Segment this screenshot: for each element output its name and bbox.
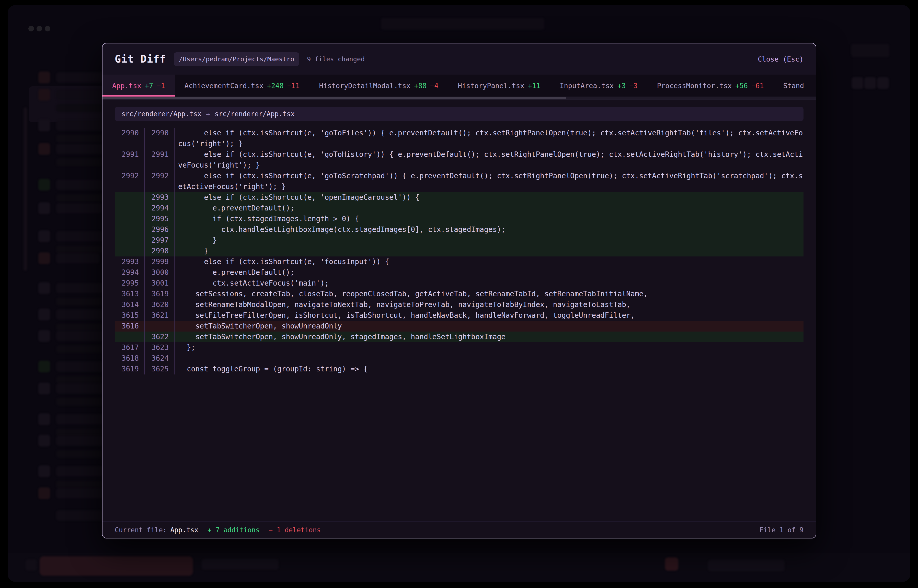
footer-current-file: Current file: App.tsx + 7 additions − 1 … (115, 526, 321, 534)
arrow-icon: → (206, 110, 210, 118)
traffic-light-zoom[interactable] (45, 26, 50, 31)
new-line-number: 2991 (145, 149, 175, 171)
diff-row: 29932999 else if (ctx.isShortcut(e, 'foc… (115, 257, 803, 267)
old-line-number (115, 235, 145, 246)
code-line: if (ctx.stagedImages.length > 0) { (175, 213, 803, 224)
tab-additions: +248 (267, 82, 284, 90)
code-line: setTabSwitcherOpen, showUnreadOnly, stag… (175, 331, 803, 342)
old-line-number: 2995 (115, 278, 145, 289)
tab-InputArea.tsx[interactable]: InputArea.tsx+3−3 (550, 74, 647, 97)
code-line: else if (ctx.isShortcut(e, 'goToHistory'… (175, 149, 803, 171)
background-sidebar-item (56, 283, 107, 293)
new-line-number: 2992 (145, 171, 175, 192)
new-line-number: 2995 (145, 213, 175, 224)
tab-scrollbar-thumb[interactable] (102, 97, 566, 99)
tab-AchievementCard.tsx[interactable]: AchievementCard.tsx+248−11 (175, 74, 309, 97)
old-line-number (115, 331, 145, 342)
file-path-to: src/renderer/App.tsx (215, 110, 295, 118)
background-bottom-bar (8, 553, 910, 582)
new-line-number: 3623 (145, 342, 175, 353)
code-line: else if (ctx.isShortcut(e, 'goToScratchp… (175, 171, 803, 192)
diff-row: 36183624 (115, 353, 803, 364)
old-line-number: 3619 (115, 364, 145, 375)
background-sidebar-scroll (24, 107, 27, 271)
diff-row: 29912991 else if (ctx.isShortcut(e, 'goT… (115, 149, 803, 171)
old-line-number: 3614 (115, 299, 145, 310)
old-line-number (115, 224, 145, 235)
background-sidebar-subitem (56, 297, 102, 305)
code-line: else if (ctx.isShortcut(e, 'goToFiles'))… (175, 128, 803, 149)
current-file-label: Current file: (115, 526, 167, 534)
background-sidebar-item (56, 253, 100, 263)
background-titlebar-text (381, 18, 544, 30)
tab-additions: +56 (735, 82, 748, 90)
old-line-number: 2992 (115, 171, 145, 192)
old-line-number (115, 213, 145, 224)
background-sidebar-subitem (56, 481, 105, 488)
diff-row: 2993 else if (ctx.isShortcut(e, 'openIma… (115, 192, 803, 203)
background-sidebar-subitem (56, 450, 102, 458)
code-line: ctx.setActiveFocus('main'); (175, 278, 803, 289)
old-line-number: 3617 (115, 342, 145, 353)
deletions-count: − 1 deletions (269, 526, 321, 534)
background-sidebar-icon (38, 383, 50, 394)
tab-file-name: HistoryDetailModal.tsx (319, 82, 411, 90)
background-record-button (40, 556, 193, 576)
code-line: setFileTreeFilterOpen, isShortcut, isTab… (175, 310, 803, 321)
tab-ProcessMonitor.tsx[interactable]: ProcessMonitor.tsx+56−61 (648, 74, 774, 97)
tab-file-name: Stand (783, 82, 804, 90)
close-button[interactable]: Close (Esc) (758, 55, 803, 63)
old-line-number: 2993 (115, 257, 145, 267)
old-line-number (115, 246, 145, 257)
code-line: } (175, 235, 803, 246)
tab-file-name: InputArea.tsx (560, 82, 614, 90)
code-line: else if (ctx.isShortcut(e, 'focusInput')… (175, 257, 803, 267)
traffic-light-close[interactable] (28, 26, 34, 31)
tab-additions: +88 (414, 82, 427, 90)
background-alert-icon (665, 557, 678, 571)
background-toolbar-icon (877, 77, 889, 89)
tab-deletions: −11 (287, 82, 300, 90)
background-sidebar-icon (38, 413, 50, 425)
tab-file-name: HistoryPanel.tsx (458, 82, 524, 90)
diff-file-tabs: App.tsx+7−1AchievementCard.tsx+248−11His… (102, 74, 816, 97)
window-controls (28, 26, 50, 31)
diff-row: 3622 setTabSwitcherOpen, showUnreadOnly,… (115, 331, 803, 342)
new-line-number (145, 321, 175, 331)
tab-App.tsx[interactable]: App.tsx+7−1 (102, 74, 175, 97)
old-line-number (115, 203, 145, 213)
background-toolbar-icon (852, 77, 863, 89)
tab-deletions: −1 (157, 82, 165, 90)
background-sidebar-icon (38, 71, 50, 83)
modal-title: Git Diff (115, 53, 166, 65)
old-line-number: 3615 (115, 310, 145, 321)
file-path-from: src/renderer/App.tsx (121, 110, 201, 118)
tab-Stand[interactable]: Stand (774, 74, 814, 97)
new-line-number: 3621 (145, 310, 175, 321)
diff-row: 29902990 else if (ctx.isShortcut(e, 'goT… (115, 128, 803, 149)
diff-row: 3616 setTabSwitcherOpen, showUnreadOnly (115, 321, 803, 331)
tab-file-name: App.tsx (112, 82, 141, 90)
traffic-light-minimize[interactable] (37, 26, 42, 31)
diff-row: 36133619 setSessions, createTab, closeTa… (115, 289, 803, 299)
new-line-number: 3624 (145, 353, 175, 364)
old-line-number (115, 192, 145, 203)
background-sidebar-subitem (56, 398, 107, 405)
background-sidebar-icon (38, 179, 50, 191)
file-rename-header: src/renderer/App.tsx → src/renderer/App.… (115, 107, 803, 121)
files-changed-count: 9 files changed (307, 55, 365, 63)
diff-row: 2997 } (115, 235, 803, 246)
tab-HistoryDetailModal.tsx[interactable]: HistoryDetailModal.tsx+88−4 (309, 74, 448, 97)
diff-row: 29943000 e.preventDefault(); (115, 267, 803, 278)
diff-table: 29902990 else if (ctx.isShortcut(e, 'goT… (115, 128, 803, 375)
background-sidebar-icon (38, 487, 50, 499)
background-sidebar-icon (38, 143, 50, 155)
new-line-number: 3000 (145, 267, 175, 278)
code-line: setRenameTabModalOpen, navigateToNextTab… (175, 299, 803, 310)
new-line-number: 3622 (145, 331, 175, 342)
code-line: }; (175, 342, 803, 353)
old-line-number: 3616 (115, 321, 145, 331)
new-line-number: 3625 (145, 364, 175, 375)
tab-HistoryPanel.tsx[interactable]: HistoryPanel.tsx+11 (448, 74, 550, 97)
new-line-number: 3619 (145, 289, 175, 299)
